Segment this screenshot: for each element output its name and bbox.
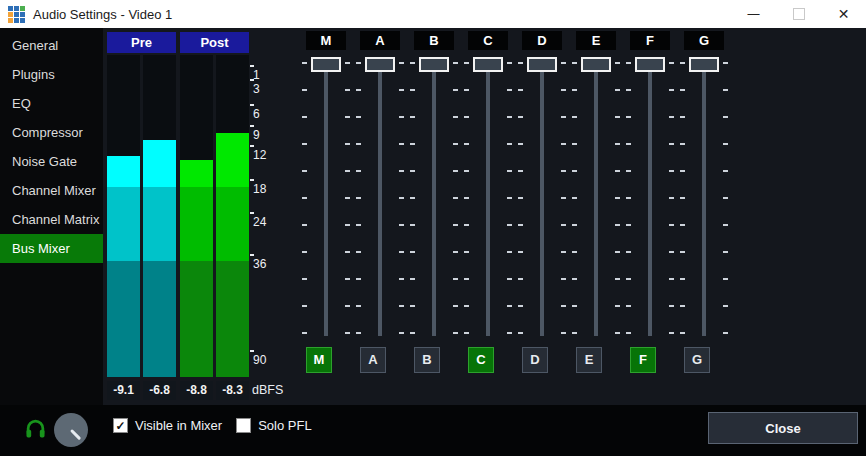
fader-column-e: EE xyxy=(569,28,623,405)
fader-tick xyxy=(615,62,620,64)
close-button[interactable]: Close xyxy=(708,412,858,444)
fader-tick xyxy=(453,116,458,118)
checkbox-box[interactable] xyxy=(236,418,251,433)
fader-tick xyxy=(399,305,404,307)
bus-button-m[interactable]: M xyxy=(306,347,332,373)
fader-tick xyxy=(626,170,631,172)
fader-tick xyxy=(723,116,728,118)
fader-tick xyxy=(399,278,404,280)
fader-tick xyxy=(572,197,577,199)
headphones-icon[interactable] xyxy=(25,418,46,439)
bus-button-e[interactable]: E xyxy=(576,347,602,373)
fader-tick xyxy=(723,305,728,307)
fader-tick xyxy=(626,143,631,145)
fader-tick xyxy=(561,62,566,64)
bus-button-f[interactable]: F xyxy=(630,347,656,373)
fader-tick xyxy=(572,251,577,253)
fader-tick xyxy=(507,278,512,280)
fader-tick xyxy=(723,278,728,280)
fader-track[interactable] xyxy=(702,66,706,336)
bus-button-b[interactable]: B xyxy=(414,347,440,373)
checkbox-visible-in-mixer[interactable]: ✓Visible in Mixer xyxy=(113,418,222,433)
fader-track[interactable] xyxy=(378,66,382,336)
fader-tick xyxy=(356,170,361,172)
fader-tick xyxy=(669,197,674,199)
fader-handle[interactable] xyxy=(311,57,341,72)
fader-handle[interactable] xyxy=(689,57,719,72)
checkbox-box[interactable]: ✓ xyxy=(113,418,128,433)
checkbox-label: Visible in Mixer xyxy=(135,418,222,433)
minimize-button[interactable]: — xyxy=(731,0,776,32)
fader-handle[interactable] xyxy=(365,57,395,72)
fader-tick xyxy=(615,305,620,307)
fader-tick xyxy=(723,332,728,334)
fader-track[interactable] xyxy=(594,66,598,336)
fader-tick xyxy=(680,278,685,280)
fader-tick xyxy=(723,251,728,253)
fader-tick xyxy=(518,332,523,334)
fader-handle[interactable] xyxy=(635,57,665,72)
bus-button-a[interactable]: A xyxy=(360,347,386,373)
fader-tick xyxy=(302,332,307,334)
fader-handle[interactable] xyxy=(527,57,557,72)
fader-tick xyxy=(453,278,458,280)
bus-button-g[interactable]: G xyxy=(684,347,710,373)
fader-track[interactable] xyxy=(648,66,652,336)
fader-tick xyxy=(399,224,404,226)
fader-handle[interactable] xyxy=(419,57,449,72)
fader-column-b: BB xyxy=(407,28,461,405)
bus-header-c: C xyxy=(468,31,508,50)
fader-tick xyxy=(399,116,404,118)
fader-tick xyxy=(518,305,523,307)
fader-tick xyxy=(680,143,685,145)
fader-tick xyxy=(507,62,512,64)
fader-column-d: DD xyxy=(515,28,569,405)
fader-tick xyxy=(453,251,458,253)
fader-tick xyxy=(615,278,620,280)
fader-tick xyxy=(356,89,361,91)
fader-handle[interactable] xyxy=(581,57,611,72)
fader-tick xyxy=(680,89,685,91)
footer-bar: ✓Visible in MixerSolo PFL Close xyxy=(0,405,866,456)
fader-tick xyxy=(680,197,685,199)
fader-tick xyxy=(561,278,566,280)
fader-column-f: FF xyxy=(623,28,677,405)
fader-tick xyxy=(356,116,361,118)
monitor-volume-knob[interactable] xyxy=(54,413,88,447)
fader-tick xyxy=(464,224,469,226)
fader-tick xyxy=(356,251,361,253)
fader-tick xyxy=(561,251,566,253)
fader-tick xyxy=(302,116,307,118)
fader-tick xyxy=(399,89,404,91)
fader-track[interactable] xyxy=(432,66,436,336)
fader-tick xyxy=(345,278,350,280)
fader-tick xyxy=(626,62,631,64)
maximize-button xyxy=(776,0,821,28)
fader-tick xyxy=(356,332,361,334)
fader-tick xyxy=(453,224,458,226)
fader-tick xyxy=(302,62,307,64)
fader-tick xyxy=(453,89,458,91)
fader-tick xyxy=(669,224,674,226)
fader-tick xyxy=(399,332,404,334)
content-area: GeneralPluginsEQCompressorNoise GateChan… xyxy=(0,28,866,405)
fader-track[interactable] xyxy=(540,66,544,336)
fader-track[interactable] xyxy=(324,66,328,336)
fader-tick xyxy=(518,62,523,64)
close-window-button[interactable]: ✕ xyxy=(821,0,866,28)
bus-header-b: B xyxy=(414,31,454,50)
fader-tick xyxy=(345,224,350,226)
fader-tick xyxy=(680,224,685,226)
titlebar: Audio Settings - Video 1 — ✕ xyxy=(0,0,866,28)
fader-handle[interactable] xyxy=(473,57,503,72)
fader-tick xyxy=(345,143,350,145)
fader-tick xyxy=(572,143,577,145)
fader-tick xyxy=(518,251,523,253)
fader-tick xyxy=(669,62,674,64)
fader-tick xyxy=(723,170,728,172)
checkbox-solo-pfl[interactable]: Solo PFL xyxy=(236,418,311,433)
fader-tick xyxy=(561,332,566,334)
fader-track[interactable] xyxy=(486,66,490,336)
bus-button-d[interactable]: D xyxy=(522,347,548,373)
bus-button-c[interactable]: C xyxy=(468,347,494,373)
